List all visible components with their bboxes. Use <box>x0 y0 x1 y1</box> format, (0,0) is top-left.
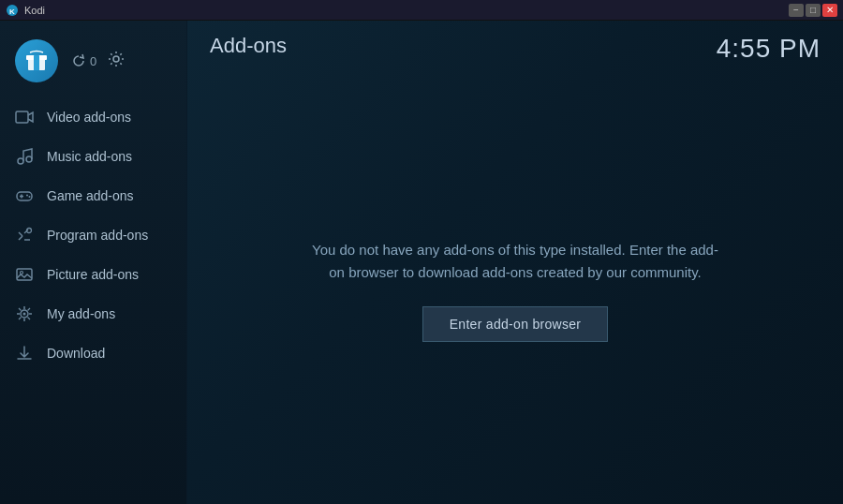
svg-line-30 <box>19 318 22 320</box>
svg-point-7 <box>18 158 23 164</box>
settings-button[interactable] <box>108 51 125 72</box>
sidebar: 0 Video add-ons <box>0 21 187 504</box>
svg-text:K: K <box>9 7 15 15</box>
refresh-button[interactable]: 0 <box>71 53 96 68</box>
nav-label-download: Download <box>47 346 105 361</box>
video-icon <box>15 108 34 126</box>
svg-point-5 <box>113 56 119 62</box>
svg-point-13 <box>29 196 31 198</box>
download-icon <box>15 344 34 363</box>
content-body: You do not have any add-ons of this type… <box>187 77 843 504</box>
svg-line-15 <box>19 236 22 240</box>
package-icon <box>24 49 49 73</box>
svg-line-14 <box>19 232 22 236</box>
empty-message: You do not have any add-ons of this type… <box>309 239 721 284</box>
nav-item-game[interactable]: Game add-ons <box>0 176 186 215</box>
close-button[interactable]: ✕ <box>822 4 837 17</box>
refresh-count: 0 <box>90 54 96 68</box>
nav-item-my[interactable]: My add-ons <box>0 294 186 334</box>
nav-list: Video add-ons Music add-ons <box>0 97 186 504</box>
nav-item-video[interactable]: Video add-ons <box>0 97 186 137</box>
nav-label-program: Program add-ons <box>47 228 148 243</box>
maximize-button[interactable]: □ <box>806 4 821 17</box>
my-addons-icon <box>15 304 34 323</box>
titlebar-left: K Kodi <box>6 4 45 17</box>
refresh-icon <box>71 53 86 68</box>
content-area: Add-ons 4:55 PM You do not have any add-… <box>187 21 843 504</box>
gear-icon <box>108 51 125 67</box>
nav-label-music: Music add-ons <box>47 149 132 164</box>
nav-label-my: My add-ons <box>47 306 115 321</box>
svg-point-20 <box>21 272 23 274</box>
svg-rect-19 <box>17 269 32 280</box>
nav-item-music[interactable]: Music add-ons <box>0 137 186 176</box>
header-actions: 0 <box>71 51 125 72</box>
svg-point-8 <box>26 156 32 162</box>
nav-item-download[interactable]: Download <box>0 334 186 373</box>
enter-addon-browser-button[interactable]: Enter add-on browser <box>422 306 609 342</box>
nav-item-program[interactable]: Program add-ons <box>0 215 186 255</box>
nav-item-picture[interactable]: Picture add-ons <box>0 255 186 294</box>
page-title: Add-ons <box>210 34 287 58</box>
nav-label-video: Video add-ons <box>47 110 131 125</box>
nav-label-picture: Picture add-ons <box>47 267 139 282</box>
kodi-icon: K <box>6 4 19 17</box>
nav-label-game: Game add-ons <box>47 188 134 203</box>
svg-line-29 <box>28 308 31 311</box>
titlebar: K Kodi − □ ✕ <box>0 0 843 21</box>
main-layout: 0 Video add-ons <box>0 21 843 504</box>
music-icon <box>15 147 34 166</box>
titlebar-controls: − □ ✕ <box>789 4 837 17</box>
picture-icon <box>15 265 34 284</box>
svg-line-27 <box>19 308 22 311</box>
clock: 4:55 PM <box>717 34 821 64</box>
svg-point-12 <box>26 195 28 197</box>
addon-browser-icon[interactable] <box>15 39 58 82</box>
game-icon <box>15 186 34 205</box>
svg-rect-4 <box>34 55 39 70</box>
svg-line-28 <box>28 318 31 320</box>
sidebar-header: 0 <box>0 30 186 97</box>
top-bar: Add-ons 4:55 PM <box>187 21 843 77</box>
program-icon <box>15 226 34 245</box>
svg-point-22 <box>23 313 26 316</box>
titlebar-title: Kodi <box>24 5 45 16</box>
svg-rect-6 <box>16 111 28 123</box>
minimize-button[interactable]: − <box>789 4 804 17</box>
